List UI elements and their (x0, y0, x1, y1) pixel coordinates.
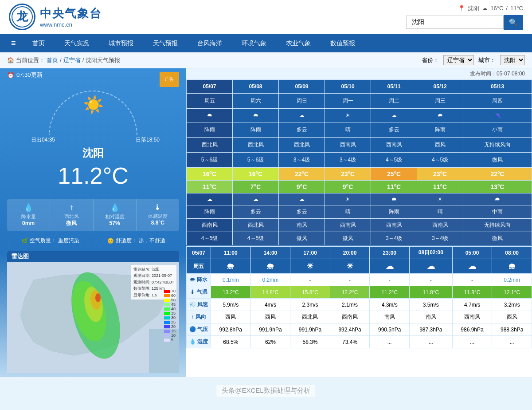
wind-dir-5: 西风 (417, 138, 463, 153)
sunrise-label: 日出04:35 (31, 136, 55, 144)
svg-point-9 (95, 293, 101, 302)
search-input[interactable] (406, 16, 504, 29)
scale-40: 40 (164, 307, 176, 311)
day-icon-row: 🌧 🌧 ☁ ☀ ☁ 🌧 🌂 (187, 109, 532, 122)
wind-level-3: 3～4级 (325, 153, 371, 168)
night-wind-dir-6: 无持续风向 (463, 219, 532, 232)
temp-high-0: 16°C (187, 168, 233, 181)
night-icon-3: ☀ (325, 193, 371, 205)
city-select[interactable]: 沈阳 (500, 55, 525, 65)
wd-1: 西风 (250, 311, 290, 323)
night-icon-2: ☁ (279, 193, 325, 205)
breadcrumb-home[interactable]: 首页 (47, 56, 58, 64)
date-5: 05/12 (417, 80, 463, 94)
night-icon-row: ☁ ☁ ☁ ☀ 🌧 ☀ 🌧 (187, 193, 532, 205)
thermometer-section-icon: 🌡 (190, 289, 195, 295)
wind-dir-2: 西北风 (279, 138, 325, 153)
forecast-table: 05/07 05/08 05/09 05/10 05/11 05/12 05/1… (186, 79, 532, 245)
nav-weather-forecast[interactable]: 天气预报 (143, 35, 188, 52)
site-url: www.nmc.cn (40, 21, 102, 28)
weekday-4: 周二 (371, 94, 417, 109)
temp-low-5: 11°C (417, 181, 463, 193)
hourly-temp-7: 12.1°C (492, 286, 532, 299)
stat-feel-temp: 🌡 体感温度 8.8°C (137, 199, 179, 231)
icon-4: ☁ (371, 109, 417, 122)
night-wind-dir-2: 南风 (279, 219, 325, 232)
radar-title: 雷达图 (7, 251, 179, 262)
p-3: 992.4hPa (330, 323, 370, 336)
hourly-pressure-label: 🔵 气压 (187, 323, 211, 336)
logo-icon: 龙 (9, 4, 35, 30)
radar-time: 观测时间: 07:42:43BJT (133, 279, 174, 285)
radar-section: 雷达图 (7, 251, 179, 373)
nav-city-forecast[interactable]: 城市预报 (99, 35, 143, 52)
hourly-temp-0: 13.2°C (211, 286, 251, 299)
current-temperature: 11.2°C (9, 162, 177, 189)
night-wind-dir-5: 西南风 (417, 219, 463, 232)
rain-2: - (290, 274, 330, 286)
weekday-0: 周五 (187, 94, 233, 109)
scale-5: 5 (164, 338, 176, 342)
hourly-humidity-label: 💧 湿度 (187, 336, 211, 348)
temp-low-1: 7°C (233, 181, 279, 193)
current-location: 沈阳 (468, 4, 479, 12)
temp-low-3: 9°C (325, 181, 371, 193)
p-1: 991.9hPa (250, 323, 290, 336)
nav-home[interactable]: 首页 (23, 35, 55, 52)
nav-environment[interactable]: 环境气象 (232, 35, 276, 52)
wind-dir-4: 西南风 (371, 138, 417, 153)
nav-agriculture[interactable]: 农业气象 (276, 35, 321, 52)
h-7: ... (492, 336, 532, 348)
scale-20: 20 (164, 324, 176, 329)
nav-weather-live[interactable]: 天气实况 (55, 35, 99, 52)
winddir-section-icon: ↑ (191, 314, 194, 320)
hourly-icon-2: ☀ (290, 259, 330, 274)
stat-wind: ↑ 西北风 微风 (50, 199, 93, 231)
night-wind-dir-4: 西南风 (371, 219, 417, 232)
search-button[interactable]: 🔍 (504, 15, 523, 30)
breadcrumb-bar: 🏠 当前位置： 首页 / 辽宁省 / 沈阳天气预报 省份： 辽宁省 城市： 沈阳 (0, 52, 532, 68)
wd-0: 西风 (211, 311, 251, 323)
scale-30: 30 (164, 315, 176, 320)
weather-display: ☀️ 日出04:35 日落18:50 沈阳 11.2°C (0, 82, 186, 196)
hourly-temp-2: 15.8°C (290, 286, 330, 299)
breadcrumb-province[interactable]: 辽宁省 (63, 56, 81, 64)
wind-dir-1: 西北风 (233, 138, 279, 153)
night-icon-5: ☀ (417, 193, 463, 205)
menu-hamburger[interactable]: ≡ (4, 34, 23, 52)
night-icon-6: 🌧 (463, 193, 532, 205)
province-label: 省份： (422, 56, 439, 64)
city-name: 沈阳 (9, 146, 177, 160)
air-quality: 🌿 空气质量： 重度污染 (21, 237, 79, 244)
hourly-time-3: 20:00 (330, 247, 370, 259)
wind-level-5: 4～5级 (417, 153, 463, 168)
radar-map: 雷达站名: 沈阳 观测日期: 2021-05-07 观测时间: 07:42:43… (7, 262, 179, 373)
night-wind-dir-row: 西南风 西北风 南风 西南风 西南风 西南风 无持续风向 (187, 219, 532, 232)
left-panel: ⏰ 07:30更新 广告 ☀️ 日出04:35 日落18:50 沈阳 11.2°… (0, 68, 186, 377)
hourly-temp-5: 11.8°C (409, 286, 452, 299)
hourly-table: 05/07 11:00 14:00 17:00 20:00 23:00 08日0… (186, 246, 532, 348)
nav-numerical[interactable]: 数值预报 (321, 35, 365, 52)
temp-low-4: 11°C (371, 181, 417, 193)
night-level-0: 4～5级 (187, 232, 233, 245)
nav-typhoon-ocean[interactable]: 台风海洋 (188, 35, 232, 52)
hourly-time-2: 17:00 (290, 247, 330, 259)
p-7: 988.3hPa (492, 323, 532, 336)
date-1: 05/08 (233, 80, 279, 94)
weather-1: 阵雨 (233, 122, 279, 138)
rain-3: - (330, 274, 370, 286)
date-0: 05/07 (187, 80, 233, 94)
sun-icon: ☀️ (83, 95, 104, 114)
wind-icon: ↑ (52, 203, 91, 212)
p-0: 992.8hPa (211, 323, 251, 336)
temp-high-6: 22°C (463, 168, 532, 181)
hourly-icon-0: 🌧 (211, 259, 251, 274)
wd-5: 南风 (409, 311, 452, 323)
province-select[interactable]: 辽宁省 (443, 55, 474, 65)
h-4: ... (370, 336, 410, 348)
svg-text:龙: 龙 (16, 10, 28, 23)
humidity-icon: 💧 (95, 203, 134, 213)
weekday-2: 周日 (279, 94, 325, 109)
ws-3: 2.1m/s (330, 299, 370, 311)
date-4: 05/11 (371, 80, 417, 94)
